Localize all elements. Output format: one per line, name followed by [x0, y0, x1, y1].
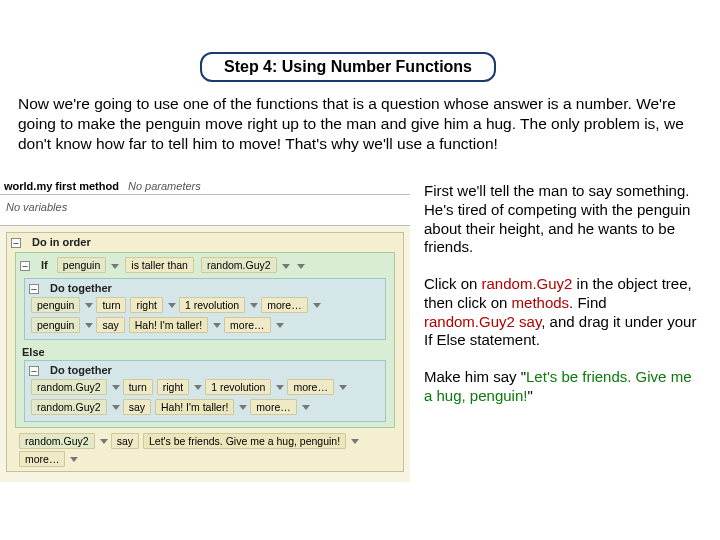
token-right[interactable]: right [130, 297, 162, 313]
token-randomguy2[interactable]: random.Guy2 [31, 379, 107, 395]
intro-text: Now we're going to use one of the functi… [18, 94, 702, 153]
do-together-label: Do together [50, 282, 112, 294]
sig-prefix: world. [4, 180, 36, 192]
text: Make him say " [424, 368, 526, 385]
do-in-order-block[interactable]: – Do in order – If penguin is taller tha… [6, 232, 404, 472]
methods-ref: methods [512, 294, 570, 311]
if-label: If [41, 259, 48, 271]
dropdown-icon[interactable] [168, 303, 176, 308]
dropdown-icon[interactable] [213, 323, 221, 328]
no-variables: No variables [0, 195, 410, 226]
token-randomguy2[interactable]: random.Guy2 [19, 433, 95, 449]
token-randomguy2[interactable]: random.Guy2 [31, 399, 107, 415]
code-editor: world.my first method No parameters No v… [0, 178, 410, 482]
obj-ref: random.Guy2 [482, 275, 573, 292]
dropdown-icon[interactable] [297, 264, 305, 269]
obj-say-ref: random.Guy2 say [424, 313, 541, 330]
method-signature: world.my first method No parameters [0, 178, 410, 195]
token-is-taller[interactable]: is taller than [125, 257, 194, 273]
dropdown-icon[interactable] [302, 405, 310, 410]
token-turn[interactable]: turn [96, 297, 126, 313]
instruction-p1: First we'll tell the man to say somethin… [424, 182, 698, 257]
token-right[interactable]: right [157, 379, 189, 395]
token-1rev[interactable]: 1 revolution [179, 297, 245, 313]
else-label: Else [22, 346, 388, 358]
do-together-block[interactable]: – Do together random.Guy2 turn right 1 r… [24, 360, 386, 422]
token-penguin[interactable]: penguin [31, 317, 80, 333]
dropdown-icon[interactable] [351, 439, 359, 444]
token-string[interactable]: Let's be friends. Give me a hug, penguin… [143, 433, 346, 449]
sig-name: my first method [36, 180, 119, 192]
code-row[interactable]: penguin say Hah! I'm taller! more… [29, 316, 381, 334]
dropdown-icon[interactable] [239, 405, 247, 410]
text: " [527, 387, 532, 404]
instruction-p2: Click on random.Guy2 in the object tree,… [424, 275, 698, 350]
do-together-label: Do together [50, 364, 112, 376]
token-more[interactable]: more… [19, 451, 65, 467]
token-penguin[interactable]: penguin [31, 297, 80, 313]
token-randomguy2[interactable]: random.Guy2 [201, 257, 277, 273]
dropdown-icon[interactable] [112, 385, 120, 390]
collapse-icon[interactable]: – [11, 238, 21, 248]
do-in-order-label: Do in order [32, 236, 91, 248]
dropdown-icon[interactable] [85, 323, 93, 328]
code-row[interactable]: random.Guy2 turn right 1 revolution more… [29, 378, 381, 396]
dropdown-icon[interactable] [276, 323, 284, 328]
dropdown-icon[interactable] [276, 385, 284, 390]
token-say[interactable]: say [123, 399, 151, 415]
token-more[interactable]: more… [261, 297, 307, 313]
token-say[interactable]: say [111, 433, 139, 449]
collapse-icon[interactable]: – [29, 366, 39, 376]
dropdown-icon[interactable] [100, 439, 108, 444]
code-row[interactable]: random.Guy2 say Let's be friends. Give m… [17, 432, 393, 468]
instructions-panel: First we'll tell the man to say somethin… [410, 178, 710, 482]
dropdown-icon[interactable] [339, 385, 347, 390]
do-together-block[interactable]: – Do together penguin turn right 1 revol… [24, 278, 386, 340]
step-header: Step 4: Using Number Functions [200, 52, 496, 82]
if-block[interactable]: – If penguin is taller than random.Guy2 … [15, 252, 395, 428]
token-string[interactable]: Hah! I'm taller! [155, 399, 234, 415]
content-columns: world.my first method No parameters No v… [0, 178, 720, 482]
code-row[interactable]: penguin turn right 1 revolution more… [29, 296, 381, 314]
instruction-p3: Make him say "Let's be friends. Give me … [424, 368, 698, 406]
collapse-icon[interactable]: – [29, 284, 39, 294]
text: Click on [424, 275, 482, 292]
token-string[interactable]: Hah! I'm taller! [129, 317, 208, 333]
text: . Find [569, 294, 607, 311]
code-body: – Do in order – If penguin is taller tha… [0, 226, 410, 482]
code-row[interactable]: random.Guy2 say Hah! I'm taller! more… [29, 398, 381, 416]
token-more[interactable]: more… [224, 317, 270, 333]
collapse-icon[interactable]: – [20, 261, 30, 271]
token-turn[interactable]: turn [123, 379, 153, 395]
dropdown-icon[interactable] [70, 457, 78, 462]
dropdown-icon[interactable] [85, 303, 93, 308]
dropdown-icon[interactable] [282, 264, 290, 269]
token-more[interactable]: more… [250, 399, 296, 415]
dropdown-icon[interactable] [194, 385, 202, 390]
token-penguin[interactable]: penguin [57, 257, 106, 273]
token-1rev[interactable]: 1 revolution [205, 379, 271, 395]
dropdown-icon[interactable] [112, 405, 120, 410]
token-say[interactable]: say [96, 317, 124, 333]
sig-params: No parameters [128, 180, 201, 192]
dropdown-icon[interactable] [111, 264, 119, 269]
dropdown-icon[interactable] [313, 303, 321, 308]
dropdown-icon[interactable] [250, 303, 258, 308]
token-more[interactable]: more… [287, 379, 333, 395]
